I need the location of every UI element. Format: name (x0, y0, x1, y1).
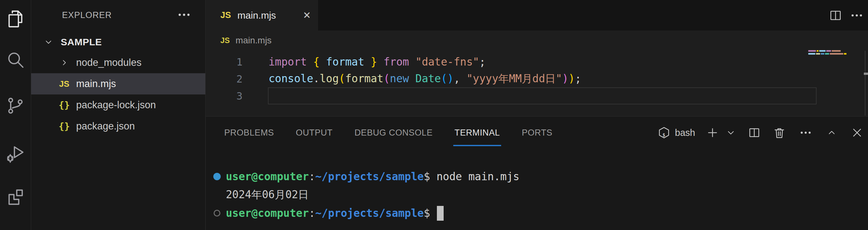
code-area[interactable]: 1import { format } from "date-fns";2cons… (206, 53, 868, 104)
chevron-up-icon[interactable] (826, 127, 837, 138)
prompt-decoration-icon[interactable] (214, 210, 220, 217)
terminal-line-3: user@computer:~/projects/sample$ (206, 204, 520, 222)
chevron-right-icon (58, 58, 70, 67)
more-actions-icon[interactable] (850, 9, 864, 22)
panel-tab-problems[interactable]: PROBLEMS (224, 117, 274, 149)
code-line-2[interactable]: 2console.log(format(new Date(), "yyyy年MM… (206, 70, 868, 87)
code-text: import { format } from "date-fns"; (243, 56, 486, 68)
terminal-text: : (309, 170, 315, 183)
line-number: 1 (206, 56, 243, 68)
extensions-icon (5, 187, 25, 207)
code-text: console.log(format(new Date(), "yyyy年MM月… (243, 72, 581, 86)
current-line-highlight (268, 87, 816, 104)
files-icon (5, 9, 25, 29)
close-icon[interactable] (851, 126, 864, 139)
json-file-icon: {} (58, 100, 70, 110)
javascript-file-icon: JS (220, 36, 230, 45)
minimap-line (808, 53, 851, 55)
terminal-text: ~/projects/sample (315, 207, 424, 220)
editor-group: JS main.mjs ✕ JS main.mjs 1import { form… (206, 0, 868, 116)
ellipsis-icon[interactable] (799, 126, 812, 139)
folder-section-label: SAMPLE (61, 37, 102, 47)
overview-ruler (865, 51, 865, 116)
source-control-icon (5, 96, 25, 116)
javascript-file-icon: JS (58, 79, 70, 89)
file-list: node_modulesJSmain.mjs{}package-lock.jso… (31, 52, 205, 137)
close-tab-icon[interactable]: ✕ (303, 10, 311, 20)
terminal-text: node main.mjs (430, 170, 520, 183)
trash-icon[interactable] (773, 126, 786, 139)
terminal-text: ~/projects/sample (315, 170, 424, 183)
explorer-activity-button[interactable] (0, 9, 31, 29)
minimap-line (808, 50, 851, 52)
terminal-text: 2024年06月02日 (226, 188, 309, 202)
file-name: package-lock.json (76, 99, 156, 111)
tab-main-mjs[interactable]: JS main.mjs ✕ (206, 0, 318, 31)
overview-ruler-cursor-marker (864, 73, 868, 75)
panel-tabs: PROBLEMSOUTPUTDEBUG CONSOLETERMINALPORTS (206, 117, 553, 149)
svg-text:$: $ (662, 132, 665, 137)
file-row-node-modules[interactable]: node_modules (31, 52, 205, 73)
file-name: main.mjs (76, 78, 116, 90)
search-icon (5, 50, 25, 70)
explorer-more-actions-icon[interactable] (175, 8, 193, 22)
terminal-cursor (437, 206, 444, 221)
chevron-down-icon[interactable] (725, 127, 736, 138)
file-name: node_modules (76, 57, 141, 68)
chevron-down-icon (43, 37, 54, 47)
panel-tab-output[interactable]: OUTPUT (296, 117, 333, 149)
terminal-text: $ (424, 170, 430, 183)
terminal-text: user@computer (226, 207, 309, 220)
panel-tab-terminal[interactable]: TERMINAL (455, 117, 500, 149)
line-number: 2 (206, 73, 243, 85)
search-activity-button[interactable] (0, 50, 31, 70)
bash-icon[interactable]: $ (658, 126, 671, 139)
file-name: package.json (76, 121, 135, 132)
breadcrumb-file-label: main.mjs (236, 35, 272, 45)
run-debug-icon (5, 144, 25, 164)
terminal-text: $ (424, 207, 437, 220)
activity-bar (0, 0, 31, 230)
plus-icon[interactable] (706, 126, 719, 139)
vscode-window: EXPLORER SAMPLE node_modulesJSmain.mjs{}… (0, 0, 868, 230)
file-row-package-json[interactable]: {}package.json (31, 116, 205, 137)
tab-label: main.mjs (238, 10, 276, 21)
json-file-icon: {} (58, 121, 70, 132)
folder-section-header[interactable]: SAMPLE (31, 32, 205, 52)
terminal-line-2: 2024年06月02日 (206, 186, 520, 204)
split-editor-icon[interactable] (829, 9, 842, 22)
terminal[interactable]: user@computer:~/projects/sample$ node ma… (206, 167, 520, 222)
extensions-activity-button[interactable] (0, 187, 31, 207)
panel-tab-debug-console[interactable]: DEBUG CONSOLE (354, 117, 432, 149)
code-line-1[interactable]: 1import { format } from "date-fns"; (206, 53, 868, 70)
bottom-panel: PROBLEMSOUTPUTDEBUG CONSOLETERMINALPORTS… (206, 116, 868, 230)
terminal-shell-label[interactable]: bash (675, 128, 695, 138)
panel-tab-ports[interactable]: PORTS (522, 117, 553, 149)
explorer-title: EXPLORER (62, 10, 112, 20)
editor-actions (829, 0, 868, 31)
terminal-text: user@computer (226, 170, 309, 183)
run-debug-activity-button[interactable] (0, 144, 31, 164)
file-row-package-lock-json[interactable]: {}package-lock.json (31, 94, 205, 116)
panel-header: PROBLEMSOUTPUTDEBUG CONSOLETERMINALPORTS… (206, 117, 868, 149)
javascript-file-icon: JS (220, 10, 231, 20)
explorer-sidebar: EXPLORER SAMPLE node_modulesJSmain.mjs{}… (31, 0, 206, 230)
panel-actions: $bash (658, 126, 868, 139)
split-terminal-icon[interactable] (748, 126, 761, 139)
line-number: 3 (206, 90, 243, 102)
file-row-main-mjs[interactable]: JSmain.mjs (31, 73, 205, 94)
terminal-line-1: user@computer:~/projects/sample$ node ma… (206, 167, 520, 186)
tab-bar: JS main.mjs ✕ (206, 0, 868, 31)
terminal-text: : (309, 207, 315, 220)
command-decoration-icon[interactable] (213, 173, 221, 180)
breadcrumb[interactable]: JS main.mjs (206, 31, 272, 51)
source-control-activity-button[interactable] (0, 96, 31, 116)
minimap[interactable] (808, 50, 851, 56)
